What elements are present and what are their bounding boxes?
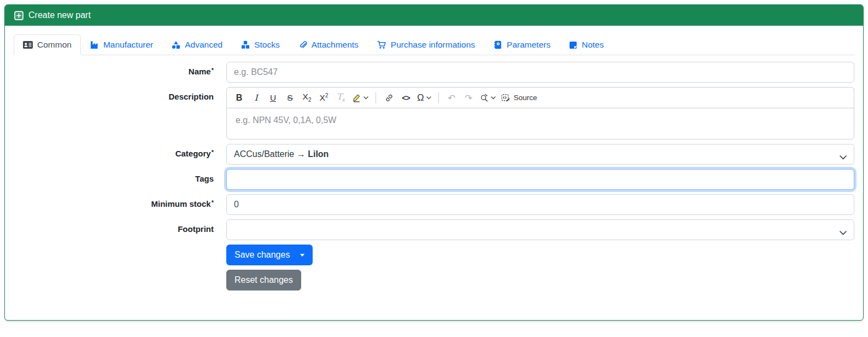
chevron-down-icon	[491, 96, 496, 100]
find-replace-icon	[480, 94, 489, 102]
category-select[interactable]: ACCus/Batterie → LiIon	[226, 144, 854, 165]
card-body: Common Manufacturer Advanced Stocks	[5, 26, 863, 304]
footprint-label-text: Footprint	[178, 224, 214, 234]
required-marker: *	[212, 149, 214, 155]
name-label-text: Name	[189, 67, 211, 76]
bold-button[interactable]: B	[231, 90, 247, 106]
tab-label: Common	[37, 40, 72, 50]
footprint-label: Footprint	[14, 219, 214, 234]
footprint-row: Footprint	[14, 219, 854, 240]
tags-input[interactable]	[226, 169, 854, 190]
link-button[interactable]	[381, 90, 397, 106]
link-icon	[385, 94, 394, 102]
find-replace-button[interactable]	[478, 90, 498, 106]
chevron-down-icon	[840, 228, 847, 237]
reset-changes-button[interactable]: Reset changes	[226, 270, 301, 290]
card-header: Create new part	[5, 5, 863, 26]
highlighter-icon	[352, 94, 361, 102]
tab-label: Stocks	[254, 40, 280, 50]
tab-label: Attachments	[312, 40, 359, 50]
name-input[interactable]	[226, 62, 854, 83]
create-part-form: Name* Description B I U S X2 X2 Tx	[14, 62, 854, 290]
redo-icon: ↷	[465, 92, 472, 103]
page-title: Create new part	[28, 10, 91, 20]
plus-square-icon	[14, 11, 24, 20]
highlight-button[interactable]	[350, 90, 371, 106]
editor-toolbar: B I U S X2 X2 Tx	[227, 88, 854, 108]
minimum-stock-label: Minimum stock*	[14, 194, 214, 208]
tab-stocks[interactable]: Stocks	[232, 34, 289, 55]
chevron-down-icon	[363, 96, 368, 100]
tab-bar: Common Manufacturer Advanced Stocks	[14, 34, 854, 55]
source-icon	[501, 94, 511, 102]
tab-label: Parameters	[507, 40, 550, 50]
factory-icon	[90, 40, 99, 49]
description-editable[interactable]: e.g. NPN 45V, 0,1A, 0,5W	[227, 108, 854, 139]
rich-text-editor: B I U S X2 X2 Tx	[226, 87, 854, 140]
required-marker: *	[212, 67, 214, 73]
underline-icon: U	[270, 93, 276, 103]
name-label: Name*	[14, 62, 214, 76]
save-changes-button[interactable]: Save changes	[226, 245, 313, 265]
subscript-button[interactable]: X2	[299, 90, 315, 106]
source-button[interactable]: Source	[499, 90, 539, 106]
save-row: Save changes	[14, 245, 854, 265]
chevron-down-icon	[840, 152, 847, 162]
tab-common[interactable]: Common	[14, 34, 81, 55]
shapes-icon	[172, 40, 180, 49]
cubes-icon	[241, 40, 250, 49]
description-label-text: Description	[168, 92, 214, 101]
strikethrough-button[interactable]: S	[282, 90, 298, 106]
superscript-icon: X2	[320, 92, 329, 103]
subscript-icon: X2	[303, 92, 312, 103]
tab-notes[interactable]: Notes	[560, 34, 613, 55]
required-marker: *	[212, 199, 214, 206]
code-icon: <>	[402, 94, 409, 102]
sticky-note-icon	[569, 41, 577, 49]
redo-button[interactable]: ↷	[461, 90, 477, 106]
paperclip-icon	[298, 40, 307, 49]
description-placeholder: e.g. NPN 45V, 0,1A, 0,5W	[236, 115, 336, 125]
undo-button[interactable]: ↶	[444, 90, 460, 106]
tags-row: Tags	[14, 169, 854, 190]
remove-format-button[interactable]: Tx	[333, 90, 349, 106]
address-book-icon	[494, 40, 502, 49]
toolbar-separator	[376, 92, 376, 103]
tab-label: Purchase informations	[391, 40, 475, 50]
tags-label-text: Tags	[195, 174, 214, 183]
underline-button[interactable]: U	[265, 90, 281, 106]
bold-icon: B	[236, 93, 243, 103]
tab-label: Advanced	[185, 40, 222, 50]
minimum-stock-row: Minimum stock*	[14, 194, 854, 215]
footprint-select[interactable]	[226, 219, 854, 240]
minimum-stock-label-text: Minimum stock	[151, 199, 211, 208]
address-card-icon	[23, 41, 33, 49]
omega-icon: Ω	[417, 92, 424, 103]
italic-button[interactable]: I	[248, 90, 264, 106]
special-characters-button[interactable]: Ω	[415, 90, 433, 106]
tab-attachments[interactable]: Attachments	[289, 34, 368, 55]
strikethrough-icon: S	[287, 93, 292, 103]
tab-advanced[interactable]: Advanced	[162, 34, 232, 55]
tab-parameters[interactable]: Parameters	[484, 34, 560, 55]
chevron-down-icon	[426, 96, 431, 100]
category-row: Category* ACCus/Batterie → LiIon	[14, 144, 854, 165]
source-label: Source	[514, 94, 537, 102]
tab-manufacturer[interactable]: Manufacturer	[81, 34, 162, 55]
italic-icon: I	[254, 93, 257, 103]
save-changes-label: Save changes	[234, 250, 290, 260]
tab-label: Manufacturer	[103, 40, 153, 50]
code-button[interactable]: <>	[398, 90, 414, 106]
reset-changes-label: Reset changes	[234, 275, 293, 285]
category-value: ACCus/Batterie → LiIon	[234, 149, 329, 159]
create-part-card: Create new part Common Manufacturer Adva…	[4, 4, 864, 321]
tab-label: Notes	[582, 40, 604, 50]
superscript-button[interactable]: X2	[316, 90, 332, 106]
tags-label: Tags	[14, 169, 214, 183]
description-row: Description B I U S X2 X2 Tx	[14, 87, 854, 140]
name-row: Name*	[14, 62, 854, 83]
category-label: Category*	[14, 144, 214, 158]
tab-purchase-informations[interactable]: Purchase informations	[368, 34, 484, 55]
remove-format-icon: Tx	[337, 92, 345, 103]
minimum-stock-input[interactable]	[226, 194, 854, 215]
